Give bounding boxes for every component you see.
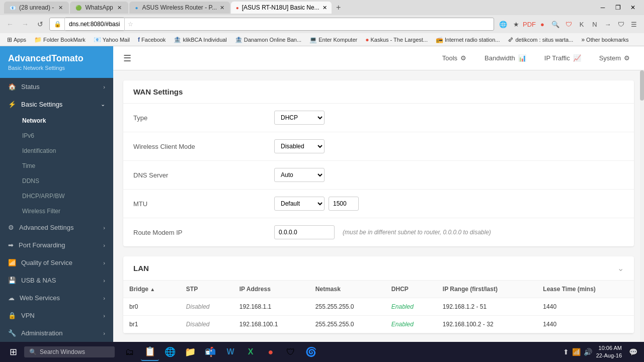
- bookmark-folder[interactable]: 📁 Folder BookMark: [31, 35, 89, 44]
- bookmark-enter-komputer[interactable]: 💻 Enter Komputer: [306, 35, 360, 44]
- tab-email-label: (28 unread) -: [19, 4, 54, 11]
- forward-button[interactable]: →: [19, 18, 31, 30]
- sidebar-item-vpn[interactable]: 🔒 VPN ›: [0, 307, 113, 324]
- wifi-icon[interactable]: 📶: [572, 348, 581, 356]
- ext3-icon[interactable]: →: [602, 18, 614, 30]
- lan-collapse-icon[interactable]: ⌄: [617, 263, 624, 273]
- ip-traffic-link[interactable]: IP Traffic 📈: [540, 52, 585, 64]
- tray-icon-1[interactable]: ⬆: [563, 348, 569, 356]
- taskbar-search[interactable]: 🔍 Search Windows: [24, 346, 115, 357]
- ext4-icon[interactable]: 🛡: [615, 18, 627, 30]
- avast-icon[interactable]: 🛡: [562, 18, 575, 30]
- taskbar-app-shield[interactable]: 🛡: [282, 343, 300, 361]
- minimize-button[interactable]: ─: [596, 3, 610, 13]
- sidebar-sub-item-network[interactable]: Network: [0, 113, 113, 128]
- bookmark-bca[interactable]: 🏦 klikBCA Individual: [171, 35, 229, 44]
- table-row: br1 Disabled 192.168.100.1 255.255.255.0…: [123, 316, 634, 333]
- wan-settings-body: Type DHCP Static PPPoE Wireless Client M…: [123, 104, 634, 246]
- detik-icon: 🗞: [508, 36, 514, 43]
- taskbar-app-browser[interactable]: 🌐: [161, 343, 179, 361]
- mtu-select[interactable]: Default Manual: [274, 197, 325, 211]
- bookmark-facebook[interactable]: f Facebook: [135, 35, 169, 44]
- taskbar-clock[interactable]: 10:06 AM 22-Aug-16: [596, 344, 622, 360]
- taskbar-app-red[interactable]: ●: [262, 343, 280, 361]
- menu-icon[interactable]: ☰: [628, 18, 640, 30]
- tab-basic-close[interactable]: ✕: [323, 4, 327, 11]
- sidebar-item-basic-settings[interactable]: ⚡ Basic Settings ⌄: [0, 96, 113, 113]
- row0-ip: 192.168.1.1: [233, 298, 309, 316]
- dns-server-select[interactable]: Auto Manual: [274, 168, 325, 182]
- sidebar-sub-item-ipv6[interactable]: IPv6: [0, 128, 113, 143]
- sidebar-sub-item-dhcp[interactable]: DHCP/ARP/BW: [0, 189, 113, 204]
- route-modem-ip-input[interactable]: [274, 225, 335, 239]
- wireless-client-mode-select[interactable]: Disabled Enabled: [274, 139, 325, 153]
- ext1-icon[interactable]: K: [576, 18, 588, 30]
- taskbar-app-task-view[interactable]: 🗂: [121, 343, 139, 361]
- taskbar-app-excel[interactable]: X: [242, 343, 260, 361]
- status-icon: 🏠: [8, 83, 16, 90]
- taskbar-app-outlook[interactable]: 📋: [141, 343, 159, 361]
- tab-whatsapp[interactable]: 🟢 WhatsApp ✕: [70, 2, 128, 14]
- translate-icon[interactable]: 🌐: [497, 18, 509, 30]
- bookmark-yahoo[interactable]: 📧 Yahoo Mail: [91, 35, 133, 44]
- address-input[interactable]: [64, 17, 125, 31]
- reload-button[interactable]: ↺: [34, 18, 46, 30]
- bookmark-other[interactable]: » Other bookmarks: [578, 35, 631, 44]
- system-link[interactable]: System ⚙: [595, 52, 634, 64]
- pdf-icon[interactable]: PDF: [523, 18, 535, 30]
- start-button[interactable]: ⊞: [4, 343, 22, 361]
- bandwidth-icon: 📊: [518, 54, 526, 62]
- tab-asus-close[interactable]: ✕: [220, 4, 225, 11]
- bookmark-detik[interactable]: 🗞 detikcom : situs warta...: [505, 35, 576, 44]
- bookmark-icon[interactable]: ★: [510, 18, 522, 30]
- zoom-icon[interactable]: 🔍: [549, 18, 561, 30]
- sidebar-sub-item-ddns[interactable]: DDNS: [0, 173, 113, 189]
- notification-icon[interactable]: 💬: [626, 345, 640, 359]
- sidebar-sub-item-wireless-filter[interactable]: Wireless Filter: [0, 204, 113, 219]
- bridge-sort-icon[interactable]: ▲: [150, 287, 155, 292]
- tab-asus-router[interactable]: ● ASUS Wireless Router - P... ✕: [129, 2, 230, 14]
- restore-button[interactable]: ❐: [611, 3, 625, 13]
- back-button[interactable]: ←: [4, 18, 16, 30]
- mtu-input[interactable]: [329, 197, 359, 211]
- bca-icon: 🏦: [174, 36, 181, 43]
- dns-server-label: DNS Server: [133, 171, 274, 179]
- sidebar-item-status[interactable]: 🏠 Status ›: [0, 78, 113, 96]
- tab-whatsapp-label: WhatsApp: [85, 4, 113, 11]
- taskbar-app-file-explorer[interactable]: 📁: [181, 343, 199, 361]
- tab-basic-network[interactable]: ● [ASUS RT-N18U] Basic Ne... ✕: [231, 2, 332, 14]
- close-button[interactable]: ✕: [626, 3, 640, 13]
- tab-asus-favicon: ●: [134, 4, 139, 11]
- volume-icon[interactable]: 🔊: [584, 348, 592, 356]
- sidebar-item-port-forwarding[interactable]: ➡ Port Forwarding ›: [0, 236, 113, 254]
- sidebar-item-administration[interactable]: 🔧 Administration ›: [0, 324, 113, 342]
- new-tab-button[interactable]: +: [333, 2, 345, 14]
- taskbar-app-other[interactable]: 🌀: [302, 343, 320, 361]
- tab-email[interactable]: 📧 (28 unread) - ✕: [4, 2, 69, 14]
- ext2-icon[interactable]: N: [589, 18, 601, 30]
- tab-whatsapp-close[interactable]: ✕: [116, 4, 123, 11]
- sidebar-item-qos[interactable]: 📶 Quality of Service ›: [0, 254, 113, 272]
- top-navbar: ☰ Tools ⚙ Bandwidth 📊 IP Traffic 📈 Syste…: [113, 46, 644, 70]
- hamburger-menu[interactable]: ☰: [123, 53, 131, 64]
- sidebar-item-web-services[interactable]: ☁ Web Services ›: [0, 289, 113, 307]
- bookmark-kaskus[interactable]: ● Kaskus - The Largest...: [362, 35, 431, 44]
- bookmark-radio[interactable]: 📻 Internet radio station...: [433, 35, 503, 44]
- type-select[interactable]: DHCP Static PPPoE: [274, 111, 325, 125]
- sidebar-item-advanced-settings[interactable]: ⚙ Advanced Settings ›: [0, 219, 113, 236]
- tools-link[interactable]: Tools ⚙: [438, 52, 470, 64]
- ip-address-col-header: IP Address: [233, 281, 309, 298]
- scroll-thumb[interactable]: [640, 70, 644, 101]
- sidebar-item-usb-nas[interactable]: 💾 USB & NAS ›: [0, 272, 113, 289]
- tab-email-close[interactable]: ✕: [57, 4, 64, 11]
- bookmark-danamon[interactable]: 🏦 Danamon Online Ban...: [232, 35, 304, 44]
- sidebar-sub-item-time[interactable]: Time: [0, 158, 113, 173]
- route-modem-ip-row: Route Modem IP (must be in different sub…: [123, 218, 634, 246]
- bookmark-apps[interactable]: ⊞ Apps: [4, 35, 29, 44]
- taskbar-app-word[interactable]: W: [221, 343, 239, 361]
- addon-icon[interactable]: ●: [536, 18, 548, 30]
- sidebar-sub-item-identification[interactable]: Identification: [0, 143, 113, 158]
- bandwidth-link[interactable]: Bandwidth 📊: [480, 52, 530, 64]
- address-bar[interactable]: 🔒 ☆: [49, 18, 494, 31]
- taskbar-app-mail[interactable]: 📬: [201, 343, 219, 361]
